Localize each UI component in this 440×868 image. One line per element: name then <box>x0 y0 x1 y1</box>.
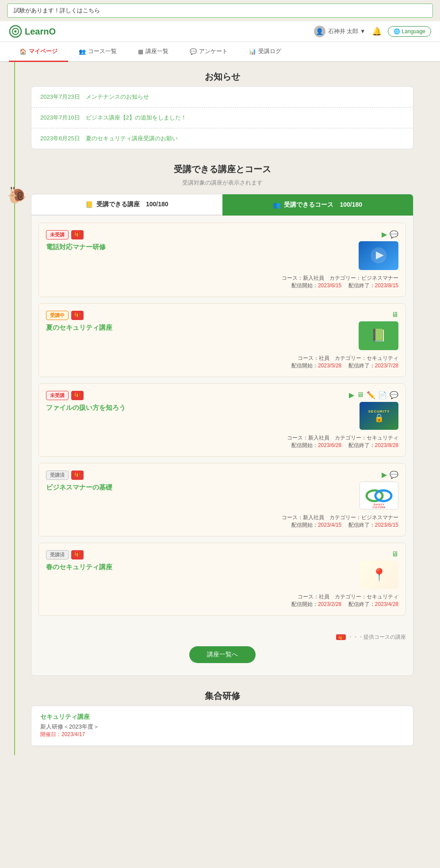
seminar-section: 集合研修 セキュリティ講座 新人研修＜2023年度＞ 開催日：2023/4/17 <box>31 690 413 746</box>
course-title-5[interactable]: 春のセキュリティ講座 <box>46 563 353 571</box>
header-right: 👤 石神井 太郎 ▼ 🔔 🌐 Language <box>314 26 431 37</box>
doc-icon-3[interactable]: 📄 <box>378 391 387 399</box>
logo-text: LearnO <box>25 27 56 37</box>
screen-icon-2[interactable]: 🖥 <box>391 311 398 319</box>
play-icon-1[interactable]: ▶ <box>382 230 387 239</box>
course-card-1-top: 未受講 🎁 電話対応マナー研修 ▶ 💬 <box>46 230 398 270</box>
language-button[interactable]: 🌐 Language <box>388 26 431 37</box>
bell-icon[interactable]: 🔔 <box>372 27 382 36</box>
gift-note-text: ・・・提供コースの講座 <box>348 633 406 641</box>
course-title-4[interactable]: ビジネスマナーの基礎 <box>46 483 353 492</box>
globe-icon: 🌐 <box>394 28 400 35</box>
play-icon-4[interactable]: ▶ <box>382 471 387 479</box>
play-icon-3[interactable]: ▶ <box>349 391 354 399</box>
course-thumb-3: SECURITY 🔒 <box>360 402 398 430</box>
course-badges-2: 受講中 🎁 <box>46 311 352 320</box>
status-badge-5: 受講済 <box>46 550 69 559</box>
notices-box: 2023年7月23日 メンテナンスのお知らせ 2023年7月10日 ビジネス講座… <box>31 86 413 149</box>
gift-badge-3: 🎁 <box>71 391 84 400</box>
courses-container: 📒 受講できる講座 100/180 👥 受講できるコース 100/180 未受講 <box>31 194 413 676</box>
meta-start-date-1: 2023/6/15 <box>318 282 341 289</box>
meta-start-date-3: 2023/6/28 <box>318 442 341 448</box>
nav-courses[interactable]: 👥 コース一覧 <box>68 42 127 62</box>
course-card-4: 受講済 🎁 ビジネスマナーの基礎 ▶ 💬 <box>38 463 406 536</box>
screen-icon-3[interactable]: 🖥 <box>357 391 364 399</box>
announcement-text: 試験があります！詳しくはこちら <box>14 7 100 14</box>
course-card-2-right: 🖥 📗 <box>359 311 398 350</box>
course-card-4-top: 受講済 🎁 ビジネスマナーの基礎 ▶ 💬 <box>46 471 398 509</box>
logo[interactable]: LearnO <box>9 25 56 38</box>
course-card-5-top: 受講済 🎁 春のセキュリティ講座 🖥 📍 <box>46 550 398 589</box>
tab-courses[interactable]: 👥 受講できるコース 100/180 <box>222 194 413 216</box>
gift-badge-4: 🎁 <box>71 471 84 480</box>
courses-section-subtitle: 受講対象の講座が表示されます <box>31 179 413 187</box>
edit-icon-3[interactable]: ✏️ <box>367 391 375 399</box>
notice-item-2[interactable]: 2023年7月10日 ビジネス講座【2】の追加をしました！ <box>31 108 413 128</box>
nav-survey[interactable]: 💬 アンケート <box>179 42 238 62</box>
meta-end-date-5: 2023/4/28 <box>375 601 398 607</box>
course-title-3[interactable]: ファイルの扱い方を知ろう <box>46 404 343 412</box>
course-title-2[interactable]: 夏のセキュリティ講座 <box>46 324 352 332</box>
meta-start-date-5: 2023/2/28 <box>318 601 341 607</box>
nav-lectures[interactable]: ▦ 講座一覧 <box>127 42 179 62</box>
chat-icon-4[interactable]: 💬 <box>390 471 398 479</box>
course-icons-5: 🖥 <box>391 550 398 558</box>
seminar-item-title-1: セキュリティ講座 <box>40 713 404 721</box>
course-card-4-left: 受講済 🎁 ビジネスマナーの基礎 <box>46 471 353 492</box>
announcement-bar[interactable]: 試験があります！詳しくはこちら <box>7 4 433 18</box>
course-title-1[interactable]: 電話対応マナー研修 <box>46 243 352 251</box>
lectures-icon: ▦ <box>138 48 143 55</box>
main-nav: 🏠 マイページ 👥 コース一覧 ▦ 講座一覧 💬 アンケート 📊 受講ログ <box>0 42 440 62</box>
nav-log[interactable]: 📊 受講ログ <box>238 42 292 62</box>
avatar: 👤 <box>314 26 325 37</box>
side-decoration: 🐌 <box>13 62 16 755</box>
seminar-box: セキュリティ講座 新人研修＜2023年度＞ 開催日：2023/4/17 <box>31 706 413 746</box>
main-content: お知らせ 2023年7月23日 メンテナンスのお知らせ 2023年7月10日 ビ… <box>0 62 440 755</box>
seminar-item-1[interactable]: セキュリティ講座 新人研修＜2023年度＞ 開催日：2023/4/17 <box>31 706 413 746</box>
meta-end-label-1: 配信終了： <box>348 282 375 289</box>
meta-start-label-1: 配信開始： <box>291 282 318 289</box>
course-card-1-left: 未受講 🎁 電話対応マナー研修 <box>46 230 352 251</box>
meta-end-date-4: 2023/6/15 <box>375 522 398 528</box>
course-card-5: 受講済 🎁 春のセキュリティ講座 🖥 📍 <box>38 543 406 616</box>
home-icon: 🏠 <box>19 48 27 55</box>
course-card-1-right: ▶ 💬 <box>359 230 398 270</box>
meta-start-date-2: 2023/5/28 <box>318 363 341 369</box>
course-thumb-2: 📗 <box>359 321 398 350</box>
seminar-item-subtitle-1: 新人研修＜2023年度＞ <box>40 723 404 731</box>
courses-section-title: 受講できる講座とコース <box>31 163 413 175</box>
notice-item-1[interactable]: 2023年7月23日 メンテナンスのお知らせ <box>31 87 413 108</box>
meta-start-label-3: 配信開始： <box>291 442 318 448</box>
lectures-list-button[interactable]: 講座一覧へ <box>189 646 256 663</box>
notice-text-1: 2023年7月23日 メンテナンスのお知らせ <box>40 93 149 100</box>
nav-mypage[interactable]: 🏠 マイページ <box>9 42 68 62</box>
course-card-2: 受講中 🎁 夏のセキュリティ講座 🖥 <box>38 303 406 377</box>
course-card-3-right: ▶ 🖥 ✏️ 📄 💬 <box>349 391 398 430</box>
courses-icon: 👥 <box>79 48 86 55</box>
tab-lectures[interactable]: 📒 受講できる講座 100/180 <box>31 194 222 216</box>
meta-end-date-1: 2023/8/15 <box>375 282 398 289</box>
course-icons-4: ▶ 💬 <box>382 471 398 479</box>
notice-item-3[interactable]: 2023年6月25日 夏のセキュリティ講座受講のお願い <box>31 128 413 149</box>
course-badges-4: 受講済 🎁 <box>46 471 353 480</box>
meta-start-label-2: 配信開始： <box>291 363 318 369</box>
meta-end-label-5: 配信終了： <box>348 601 375 607</box>
course-card-3: 未受講 🎁 ファイルの扱い方を知ろう ▶ 🖥 ✏️ 📄 💬 <box>38 383 406 457</box>
svg-text:CULTURE: CULTURE <box>372 506 385 509</box>
chat-icon-1[interactable]: 💬 <box>390 230 398 239</box>
courses-tabs: 📒 受講できる講座 100/180 👥 受講できるコース 100/180 <box>31 194 413 216</box>
notice-text-3: 2023年6月25日 夏のセキュリティ講座受講のお願い <box>40 135 178 142</box>
course-icons-1: ▶ 💬 <box>382 230 398 239</box>
course-meta-1: コース：新入社員 カテゴリー：ビジネスマナー 配信開始：2023/6/15 配信… <box>46 274 398 289</box>
courses-list: 未受講 🎁 電話対応マナー研修 ▶ 💬 <box>31 216 413 629</box>
nav-lectures-label: 講座一覧 <box>145 47 168 55</box>
course-card-4-right: ▶ 💬 SAFETY <box>360 471 398 509</box>
meta-start-label-4: 配信開始： <box>291 522 318 528</box>
tab-lectures-label: 受講できる講座 100/180 <box>96 201 168 208</box>
seminar-title: 集合研修 <box>31 690 413 702</box>
meta-start-label-5: 配信開始： <box>291 601 318 607</box>
meta-end-date-3: 2023/8/28 <box>375 442 398 448</box>
user-menu[interactable]: 👤 石神井 太郎 ▼ <box>314 26 366 37</box>
screen-icon-5[interactable]: 🖥 <box>391 550 398 558</box>
chat-icon-3[interactable]: 💬 <box>390 391 398 399</box>
